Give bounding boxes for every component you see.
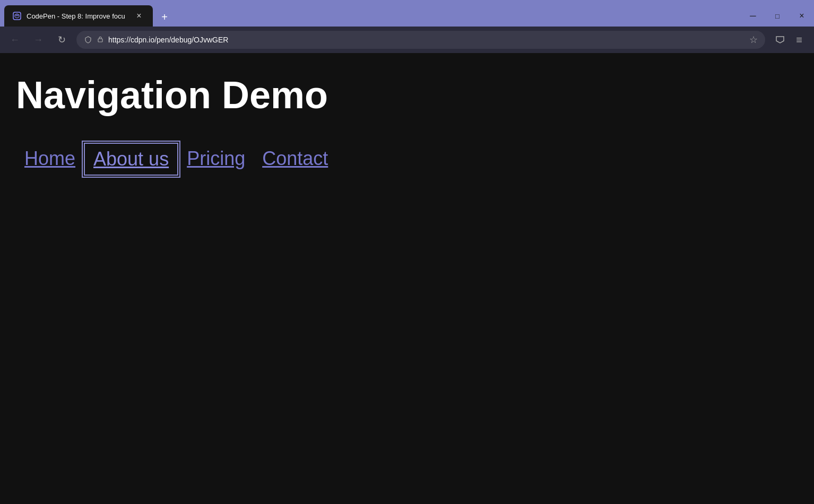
nav-link-about[interactable]: About us bbox=[84, 143, 178, 176]
nav-link-home[interactable]: Home bbox=[16, 143, 84, 175]
pocket-button[interactable] bbox=[772, 31, 789, 48]
refresh-button[interactable]: ↻ bbox=[53, 31, 70, 48]
forward-button[interactable]: → bbox=[30, 31, 47, 48]
tab-close-button[interactable]: × bbox=[134, 11, 144, 21]
nav-link-pricing[interactable]: Pricing bbox=[178, 143, 254, 175]
svg-rect-4 bbox=[98, 39, 102, 42]
minimize-button[interactable]: ─ bbox=[741, 5, 765, 27]
security-icon bbox=[84, 36, 92, 44]
menu-button[interactable]: ≡ bbox=[791, 31, 808, 48]
new-tab-button[interactable]: + bbox=[155, 7, 174, 27]
browser-chrome: CodePen - Step 8: Improve focu × + ─ □ ×… bbox=[0, 0, 814, 53]
svg-line-2 bbox=[15, 15, 17, 16]
tab-bar: CodePen - Step 8: Improve focu × + ─ □ × bbox=[0, 0, 814, 27]
lock-icon bbox=[97, 36, 104, 45]
browser-actions: ≡ bbox=[772, 31, 808, 48]
web-content: Navigation Demo Home About us Pricing Co… bbox=[0, 53, 814, 504]
navigation-links: Home About us Pricing Contact bbox=[16, 143, 798, 176]
nav-link-contact[interactable]: Contact bbox=[254, 143, 336, 175]
maximize-button[interactable]: □ bbox=[765, 5, 790, 27]
active-tab[interactable]: CodePen - Step 8: Improve focu × bbox=[4, 5, 153, 27]
address-bar-row: ← → ↻ https://cdpn.io/pen/debug/OJvwGER … bbox=[0, 27, 814, 53]
close-window-button[interactable]: × bbox=[790, 5, 814, 27]
bookmark-star-icon[interactable]: ☆ bbox=[749, 34, 758, 46]
address-bar[interactable]: https://cdpn.io/pen/debug/OJvwGER ☆ bbox=[76, 31, 765, 49]
tab-favicon-icon bbox=[13, 12, 21, 20]
window-controls: ─ □ × bbox=[741, 5, 814, 27]
url-display[interactable]: https://cdpn.io/pen/debug/OJvwGER bbox=[108, 36, 745, 44]
svg-line-3 bbox=[17, 15, 19, 16]
tab-title: CodePen - Step 8: Improve focu bbox=[27, 12, 128, 20]
page-title: Navigation Demo bbox=[16, 74, 798, 116]
back-button[interactable]: ← bbox=[6, 31, 23, 48]
